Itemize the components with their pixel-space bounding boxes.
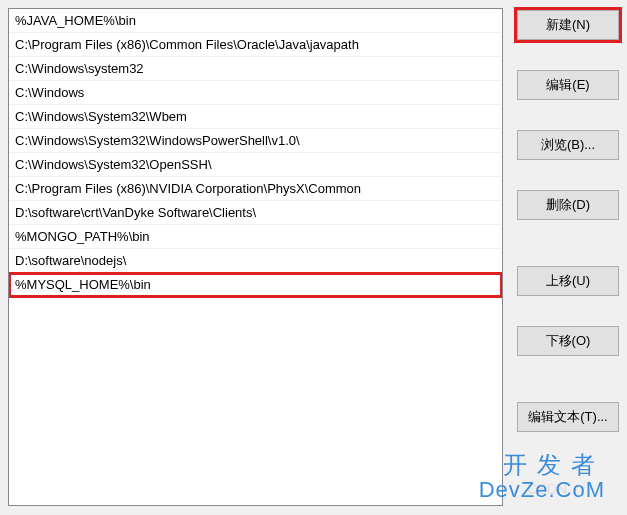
list-item[interactable]: C:\Program Files (x86)\Common Files\Orac… <box>9 33 502 57</box>
edit-text-button[interactable]: 编辑文本(T)... <box>517 402 619 432</box>
list-item[interactable]: D:\software\crt\VanDyke Software\Clients… <box>9 201 502 225</box>
list-item[interactable]: %MONGO_PATH%\bin <box>9 225 502 249</box>
list-item[interactable]: C:\Windows\system32 <box>9 57 502 81</box>
list-item[interactable]: %MYSQL_HOME%\bin <box>9 273 502 297</box>
list-item[interactable]: C:\Program Files (x86)\NVIDIA Corporatio… <box>9 177 502 201</box>
browse-button[interactable]: 浏览(B)... <box>517 130 619 160</box>
list-item[interactable]: C:\Windows\System32\Wbem <box>9 105 502 129</box>
move-up-button[interactable]: 上移(U) <box>517 266 619 296</box>
env-var-editor: %JAVA_HOME%\binC:\Program Files (x86)\Co… <box>0 0 627 515</box>
list-item[interactable]: C:\Windows\System32\WindowsPowerShell\v1… <box>9 129 502 153</box>
path-listbox[interactable]: %JAVA_HOME%\binC:\Program Files (x86)\Co… <box>8 8 503 506</box>
delete-button[interactable]: 删除(D) <box>517 190 619 220</box>
new-button[interactable]: 新建(N) <box>517 10 619 40</box>
list-item[interactable]: %JAVA_HOME%\bin <box>9 9 502 33</box>
list-item[interactable]: D:\software\nodejs\ <box>9 249 502 273</box>
list-item[interactable]: C:\Windows\System32\OpenSSH\ <box>9 153 502 177</box>
move-down-button[interactable]: 下移(O) <box>517 326 619 356</box>
list-item[interactable]: C:\Windows <box>9 81 502 105</box>
edit-button[interactable]: 编辑(E) <box>517 70 619 100</box>
button-column: 新建(N) 编辑(E) 浏览(B)... 删除(D) 上移(U) 下移(O) 编… <box>517 8 619 507</box>
